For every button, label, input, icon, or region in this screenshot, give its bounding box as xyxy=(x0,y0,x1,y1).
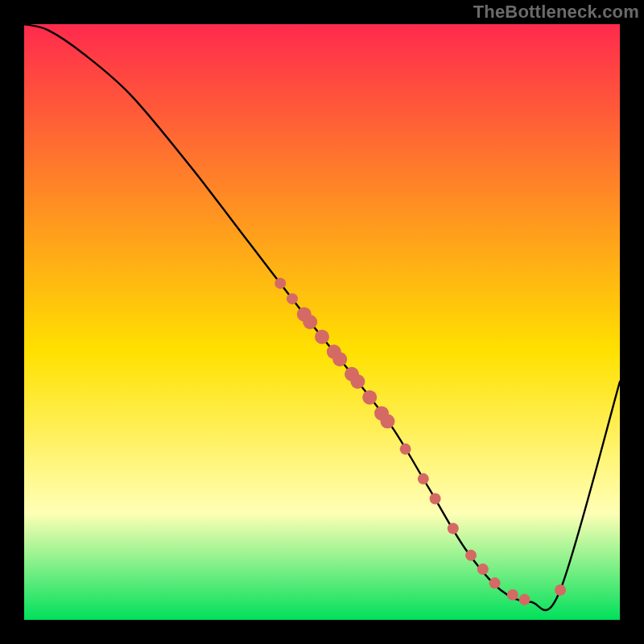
curve-dot xyxy=(430,493,441,505)
curve-dot xyxy=(477,564,489,575)
curve-dot xyxy=(418,473,429,485)
watermark-text: TheBottleneck.com xyxy=(473,2,639,23)
curve-dot xyxy=(448,523,459,535)
curve-dot xyxy=(332,352,347,366)
chart-svg xyxy=(0,0,644,644)
curve-dot xyxy=(362,390,377,405)
curve-dot xyxy=(489,577,501,588)
curve-dot xyxy=(303,315,317,329)
curve-dot xyxy=(350,374,365,389)
curve-dot xyxy=(465,550,477,561)
curve-dot xyxy=(275,278,286,289)
curve-dot xyxy=(380,414,394,428)
curve-dot xyxy=(400,444,411,455)
curve-dot xyxy=(519,594,530,605)
chart-stage: TheBottleneck.com xyxy=(0,0,644,644)
curve-dot xyxy=(315,330,329,345)
curve-dot xyxy=(287,293,298,304)
plot-background xyxy=(24,24,620,620)
curve-dot xyxy=(555,584,566,596)
curve-dot xyxy=(507,589,518,601)
